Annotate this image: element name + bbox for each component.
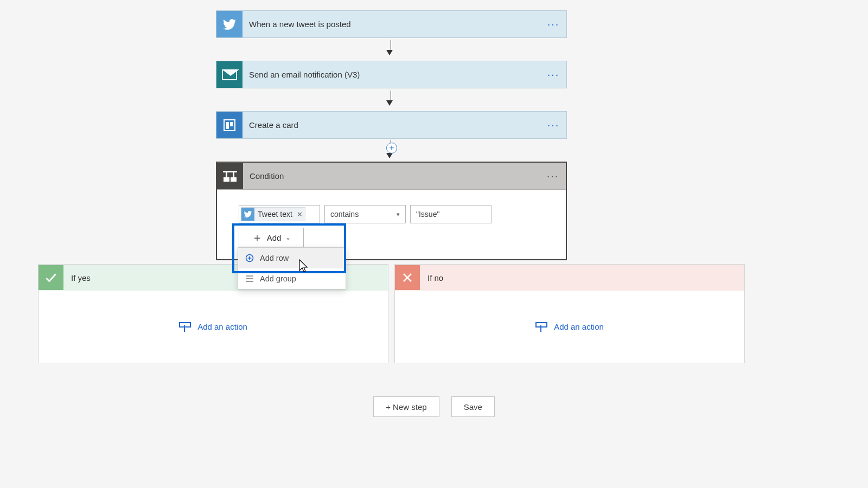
- twitter-icon: [241, 208, 254, 221]
- condition-icon: [217, 163, 243, 189]
- action-step-email[interactable]: Send an email notification (V3) ···: [216, 61, 567, 88]
- condition-card[interactable]: Condition ··· Tweet text ✕ contains ▾: [216, 162, 567, 260]
- menu-item-add-group[interactable]: Add group: [238, 268, 346, 289]
- condition-operator-select[interactable]: contains ▾: [324, 205, 406, 223]
- action-icon: [179, 322, 191, 332]
- dynamic-token-tweet-text[interactable]: Tweet text ✕: [241, 207, 305, 221]
- footer-buttons: + New step Save: [0, 396, 868, 417]
- operator-value: contains: [330, 210, 359, 219]
- connector-arrow: [391, 40, 391, 55]
- chevron-down-icon: ▾: [397, 211, 400, 218]
- add-action-button[interactable]: Add an action: [535, 322, 604, 332]
- action-icon: [535, 322, 547, 332]
- remove-token-icon[interactable]: ✕: [297, 210, 303, 219]
- more-menu-icon[interactable]: ···: [540, 170, 566, 182]
- add-action-button[interactable]: Add an action: [179, 322, 247, 332]
- menu-item-label: Add row: [260, 254, 289, 262]
- twitter-icon: [216, 11, 242, 37]
- close-icon: [395, 265, 420, 290]
- branch-header-no: If no: [395, 265, 744, 291]
- chevron-down-icon: ⌄: [285, 234, 291, 241]
- check-icon: [39, 265, 63, 290]
- condition-header[interactable]: Condition ···: [217, 163, 566, 190]
- connector-arrow: [391, 91, 391, 106]
- trigger-step-twitter[interactable]: When a new tweet is posted ···: [216, 10, 567, 38]
- group-icon: [245, 275, 254, 282]
- step-label: Create a card: [242, 120, 540, 130]
- add-condition-button[interactable]: ＋ Add ⌄: [239, 228, 304, 247]
- more-menu-icon[interactable]: ···: [540, 119, 566, 131]
- plus-circle-icon: [245, 254, 254, 262]
- add-action-label: Add an action: [554, 322, 604, 331]
- add-action-label: Add an action: [197, 322, 247, 331]
- action-step-trello[interactable]: Create a card ···: [216, 111, 567, 139]
- mail-icon: [216, 61, 242, 88]
- flow-canvas: When a new tweet is posted ··· Send an e…: [0, 0, 868, 488]
- plus-icon: ＋: [252, 230, 263, 245]
- new-step-button[interactable]: + New step: [373, 396, 439, 417]
- trello-icon: [216, 112, 242, 138]
- menu-item-add-row[interactable]: Add row: [238, 248, 346, 268]
- branch-label: If no: [420, 273, 443, 282]
- save-button[interactable]: Save: [451, 396, 495, 417]
- add-button-label: Add: [267, 233, 282, 242]
- step-label: Send an email notification (V3): [242, 70, 540, 79]
- menu-item-label: Add group: [260, 274, 296, 283]
- branch-label: If yes: [63, 273, 91, 282]
- token-label: Tweet text: [258, 210, 292, 219]
- step-label: When a new tweet is posted: [242, 20, 540, 29]
- branch-if-no[interactable]: If no Add an action: [394, 264, 745, 363]
- insert-step-button[interactable]: +: [386, 143, 397, 153]
- more-menu-icon[interactable]: ···: [540, 18, 566, 30]
- condition-expression-row: Tweet text ✕ contains ▾: [239, 205, 544, 223]
- condition-title: Condition: [243, 171, 540, 181]
- condition-value-input[interactable]: [410, 205, 492, 223]
- more-menu-icon[interactable]: ···: [540, 68, 566, 81]
- add-condition-dropdown: Add row Add group: [238, 247, 346, 290]
- condition-left-operand[interactable]: Tweet text ✕: [239, 205, 320, 223]
